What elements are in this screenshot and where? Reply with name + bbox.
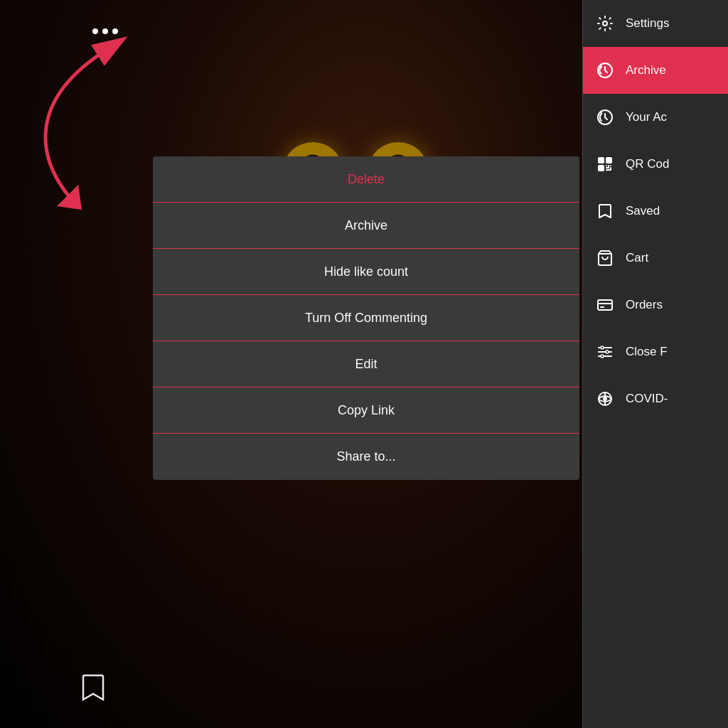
cart-icon xyxy=(596,249,614,267)
svg-rect-18 xyxy=(598,300,612,310)
settings-label: Settings xyxy=(626,16,669,31)
cart-menu-item[interactable]: Cart xyxy=(583,235,728,282)
your-activity-label: Your Ac xyxy=(626,110,667,124)
dot-1 xyxy=(92,28,98,34)
svg-rect-10 xyxy=(600,167,602,169)
covid-label: COVID- xyxy=(626,392,668,406)
edit-menu-item[interactable]: Edit xyxy=(153,341,579,387)
close-friends-menu-item[interactable]: Close F xyxy=(583,328,728,375)
delete-menu-item[interactable]: Delete xyxy=(153,156,579,203)
bookmark-icon-right xyxy=(596,202,614,220)
orders-label: Orders xyxy=(626,298,663,312)
svg-point-26 xyxy=(601,355,604,358)
turn-off-commenting-menu-item[interactable]: Turn Off Commenting xyxy=(153,295,579,341)
dot-2 xyxy=(102,28,108,34)
covid-menu-item[interactable]: COVID- xyxy=(583,375,728,422)
qr-code-menu-item[interactable]: QR Cod xyxy=(583,141,728,188)
share-to-menu-item[interactable]: Share to... xyxy=(153,434,579,480)
archive-icon xyxy=(596,61,614,80)
qr-icon xyxy=(596,155,614,173)
saved-label: Saved xyxy=(626,204,660,218)
svg-point-25 xyxy=(606,350,609,353)
svg-point-24 xyxy=(601,346,604,349)
post-options-menu: Delete Archive Hide like count Turn Off … xyxy=(153,156,579,480)
your-activity-menu-item[interactable]: Your Ac xyxy=(583,94,728,141)
svg-rect-8 xyxy=(600,159,602,161)
activity-icon xyxy=(596,108,614,127)
close-friends-label: Close F xyxy=(626,345,668,359)
dot-3 xyxy=(112,28,118,34)
archive-menu-item[interactable]: Archive xyxy=(153,203,579,249)
hide-like-count-menu-item[interactable]: Hide like count xyxy=(153,249,579,295)
close-friends-icon xyxy=(596,343,614,361)
bookmark-icon-bottom[interactable] xyxy=(82,674,105,707)
qr-code-label: QR Cod xyxy=(626,157,669,171)
svg-point-2 xyxy=(603,21,607,26)
saved-menu-item[interactable]: Saved xyxy=(583,188,728,235)
cart-label: Cart xyxy=(626,251,648,265)
orders-menu-item[interactable]: Orders xyxy=(583,282,728,328)
orders-icon xyxy=(596,296,614,314)
archive-label-right: Archive xyxy=(626,63,666,77)
covid-icon xyxy=(596,390,614,408)
svg-rect-9 xyxy=(608,159,610,161)
profile-settings-menu: Settings Archive Your Ac xyxy=(582,0,728,728)
archive-menu-item-right[interactable]: Archive xyxy=(583,47,728,94)
svg-point-29 xyxy=(604,397,606,400)
settings-menu-item[interactable]: Settings xyxy=(583,0,728,47)
copy-link-menu-item[interactable]: Copy Link xyxy=(153,387,579,434)
gear-icon xyxy=(596,14,614,33)
three-dots-button[interactable] xyxy=(92,28,118,34)
